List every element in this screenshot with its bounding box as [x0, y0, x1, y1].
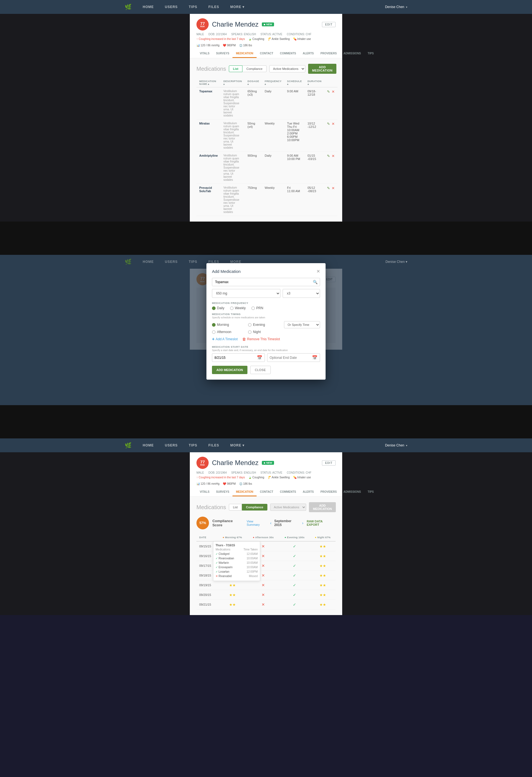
nav-user-chevron-3[interactable]: ▾ — [406, 444, 407, 447]
tab-surveys-1[interactable]: SURVEYS — [213, 49, 233, 58]
tab-vitals-3[interactable]: VITALS — [196, 488, 213, 496]
medications-title-1: Medications — [196, 66, 226, 72]
edit-button-1[interactable]: EDIT — [322, 22, 336, 27]
freq-weekly[interactable]: Weekly — [230, 306, 246, 310]
medication-content-1: Medications List Compliance Active Medic… — [190, 58, 342, 222]
nav-users-3[interactable]: USERS — [165, 443, 177, 447]
vital-coughing-1: 🍃 Coughing — [248, 37, 264, 40]
end-date-input[interactable] — [270, 356, 312, 360]
tab-alerts-1[interactable]: ALERTS — [299, 49, 317, 58]
next-month-btn[interactable]: › — [302, 521, 303, 525]
tab-admissions-3[interactable]: ADMISSIONS — [340, 488, 364, 496]
nav-home-3[interactable]: HOME — [143, 443, 154, 447]
compliance-view-btn-1[interactable]: Compliance — [243, 66, 267, 72]
timing-morning[interactable]: Morning — [212, 323, 246, 327]
timing-evening[interactable]: Evening — [248, 323, 282, 327]
modal-close-button[interactable]: CLOSE — [250, 366, 271, 374]
start-date-sublabel: Specify a start date and, if necessary, … — [212, 349, 320, 352]
tab-admissions-1[interactable]: ADMISSIONS — [340, 49, 364, 58]
timing-afternoon[interactable]: Afternoon — [212, 330, 246, 334]
night-star-1: ★★ — [319, 544, 326, 549]
delete-icon-row1[interactable]: ✕ — [332, 90, 335, 94]
compliance-score-badge: 57% — [196, 517, 209, 529]
specify-time-select[interactable]: Or Specify Time — [284, 321, 320, 328]
raw-export-btn[interactable]: RAW DATA EXPORT — [307, 520, 336, 526]
edit-button-3[interactable]: EDIT — [322, 460, 336, 466]
delete-icon-row3[interactable]: ✕ — [332, 154, 335, 158]
tab-medication-3[interactable]: MEDICATION — [233, 488, 257, 496]
dosage-select[interactable]: 650 mg 500 mg 300 mg — [212, 289, 280, 298]
compliance-row: 09/15/15 Thurs - 7/16/15 MedicationsTime… — [196, 541, 336, 551]
start-date-input[interactable] — [215, 356, 257, 360]
tab-providers-3[interactable]: PROVIDERS — [317, 488, 340, 496]
vital-ankle-1: 🦵 Ankle Swelling — [268, 37, 290, 40]
nav-more-3[interactable]: MORE ▾ — [230, 443, 244, 447]
modal-close-x-button[interactable]: ✕ — [316, 269, 320, 274]
patient-vitals-3: ↑ Coughing increased in the last 7 days … — [196, 476, 336, 485]
navbar-3: 🌿 HOME USERS TIPS FILES MORE ▾ Denise Ch… — [0, 438, 532, 452]
delete-icon-row4[interactable]: ✕ — [332, 186, 335, 190]
nav-users-1[interactable]: USERS — [165, 5, 177, 9]
add-medication-btn-1[interactable]: ADD MEDICATION — [308, 64, 337, 74]
tab-contact-1[interactable]: CONTACT — [257, 49, 277, 58]
tab-medication-1[interactable]: MEDICATION — [233, 49, 257, 58]
edit-icon-row1[interactable]: ✎ — [327, 90, 330, 94]
tab-contact-3[interactable]: CONTACT — [257, 488, 277, 496]
risk-badge-3: 77 RISK — [196, 457, 209, 469]
compliance-score-label: Compliance Score — [212, 519, 243, 527]
nav-home-1[interactable]: HOME — [143, 5, 154, 9]
timing-night[interactable]: Night — [248, 330, 282, 334]
compliance-view-btn-3[interactable]: Compliance — [242, 504, 267, 511]
med-filter-select-1[interactable]: Active Medications — [269, 65, 305, 72]
med-filter-select-3[interactable]: Active Medications — [270, 504, 306, 511]
edit-icon-row2[interactable]: ✎ — [327, 122, 330, 126]
nav-user-chevron-1[interactable]: ▾ — [406, 6, 407, 9]
list-view-btn-3[interactable]: List — [229, 504, 242, 511]
afternoon-cross-1: ✕ — [262, 544, 265, 549]
start-date-label: MEDICATION START DATE — [212, 345, 320, 348]
patient-meta-1: MALE DOB: 2/2/1964 SPEAKS: ENGLISH STATU… — [196, 33, 336, 36]
navbar-1: 🌿 HOME USERS TIPS FILES MORE ▾ Denise Ch… — [0, 0, 532, 14]
edit-icon-row3[interactable]: ✎ — [327, 154, 330, 158]
add-medication-btn-3[interactable]: ADD MEDICATION — [309, 502, 336, 512]
tooltip-popup: Thurs - 7/16/15 MedicationsTime Taken ✓ … — [213, 541, 260, 581]
modal-section: 🌿 HOME USERS TIPS FILES MORE Denise Chen… — [0, 255, 532, 405]
nav-files-1[interactable]: FILES — [209, 5, 219, 9]
nav-tips-1[interactable]: TIPS — [189, 5, 197, 9]
freq-daily[interactable]: Daily — [212, 306, 225, 310]
delete-icon-row2[interactable]: ✕ — [332, 122, 335, 126]
risk-badge-1: 77 RISK — [196, 18, 209, 30]
prev-month-btn[interactable]: ‹ — [270, 521, 272, 525]
edit-icon-row4[interactable]: ✎ — [327, 186, 330, 190]
tab-vitals-1[interactable]: VITALS — [196, 49, 213, 58]
remove-timeslot-btn[interactable]: 🗑 Remove This Timeslot — [242, 337, 280, 341]
freq-prn[interactable]: PRN — [251, 306, 263, 310]
patient-name-3: Charlie Mendez — [212, 459, 259, 467]
medication-table-1: MEDICATION NAME ▴ DESCRIPTION ▴ DOSAGE ▴… — [196, 78, 338, 216]
view-summary-link[interactable]: View Summary — [247, 520, 267, 526]
tab-surveys-3[interactable]: SURVEYS — [213, 488, 233, 496]
tab-alerts-3[interactable]: ALERTS — [299, 488, 317, 496]
calendar-icon-end[interactable]: 📅 — [312, 355, 317, 360]
add-timeslot-btn[interactable]: + Add A Timeslot — [212, 337, 238, 342]
modal-add-medication-button[interactable]: ADD MEDICATION — [212, 366, 247, 374]
list-view-btn-1[interactable]: List — [229, 66, 243, 72]
patient-card-3: 77 RISK Charlie Mendez NEW EDIT MALE DOB… — [190, 452, 342, 615]
nav-files-3[interactable]: FILES — [209, 443, 219, 447]
calendar-icon-start[interactable]: 📅 — [257, 355, 262, 360]
timing-sublabel: Specify schedule or more medications are… — [212, 316, 320, 319]
tab-providers-1[interactable]: PROVIDERS — [317, 49, 340, 58]
status-badge-1: NEW — [262, 22, 274, 26]
nav-more-1[interactable]: MORE ▾ — [230, 5, 244, 9]
medication-search-input[interactable] — [212, 278, 313, 286]
tab-comments-3[interactable]: COMMENTS — [277, 488, 299, 496]
compliance-row: 09/19/15 ★★ ✕ ✓ ★★ — [196, 580, 336, 590]
vital-bp-1: 📊 120 / 86 mmHg — [196, 44, 220, 47]
nav-tips-3[interactable]: TIPS — [189, 443, 197, 447]
quantity-select[interactable]: x3 x1 x2 x4 — [283, 289, 320, 298]
search-icon: 🔍 — [313, 280, 320, 284]
tab-tips-3[interactable]: TIPS — [364, 488, 377, 496]
tab-tips-1[interactable]: TIPS — [364, 49, 377, 58]
vital-weight-1: ⚖️ 186 lbs — [239, 44, 252, 47]
tab-comments-1[interactable]: COMMENTS — [277, 49, 299, 58]
